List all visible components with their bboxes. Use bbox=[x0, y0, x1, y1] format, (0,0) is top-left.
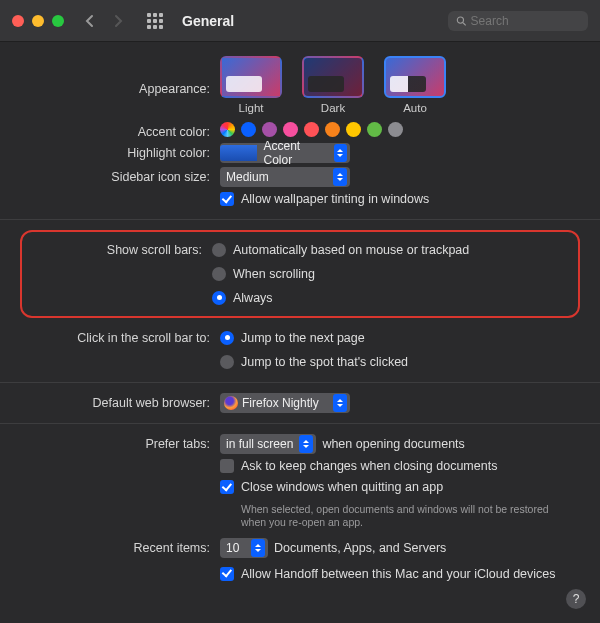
default-browser-select[interactable]: Firefox Nightly bbox=[220, 393, 350, 413]
scrollbars-radio-1[interactable]: When scrolling bbox=[212, 264, 568, 284]
ask-keep-changes-checkbox[interactable]: Ask to keep changes when closing documen… bbox=[220, 458, 497, 476]
content-area: Appearance: Light Dark Auto Accent color… bbox=[0, 42, 600, 601]
window-controls bbox=[12, 15, 64, 27]
svg-point-0 bbox=[457, 17, 463, 23]
close-window-button[interactable] bbox=[12, 15, 24, 27]
highlight-label: Highlight color: bbox=[20, 143, 220, 160]
accent-swatch-1[interactable] bbox=[241, 122, 256, 137]
close-windows-subtext: When selected, open documents and window… bbox=[241, 503, 561, 530]
stepper-icon bbox=[334, 144, 347, 162]
browser-label: Default web browser: bbox=[20, 393, 220, 410]
accent-swatch-6[interactable] bbox=[346, 122, 361, 137]
accent-swatch-0[interactable] bbox=[220, 122, 235, 137]
checkbox-icon bbox=[220, 459, 234, 473]
divider bbox=[0, 423, 600, 424]
clickbar-radio-1[interactable]: Jump to the spot that's clicked bbox=[220, 352, 580, 372]
clickbar-options: Jump to the next pageJump to the spot th… bbox=[220, 328, 580, 372]
checkbox-icon bbox=[220, 567, 234, 581]
accent-swatch-2[interactable] bbox=[262, 122, 277, 137]
help-button[interactable]: ? bbox=[566, 589, 586, 609]
wallpaper-tint-checkbox[interactable]: Allow wallpaper tinting in windows bbox=[220, 191, 429, 209]
scrollbars-options: Automatically based on mouse or trackpad… bbox=[212, 240, 568, 308]
appearance-options: Light Dark Auto bbox=[220, 56, 446, 114]
accent-swatch-3[interactable] bbox=[283, 122, 298, 137]
checkbox-icon bbox=[220, 480, 234, 494]
stepper-icon bbox=[251, 539, 265, 557]
radio-icon bbox=[220, 355, 234, 369]
scroll-bars-highlight: Show scroll bars: Automatically based on… bbox=[20, 230, 580, 318]
appearance-light-thumb bbox=[220, 56, 282, 98]
search-input[interactable] bbox=[471, 14, 580, 28]
radio-icon bbox=[212, 243, 226, 257]
radio-icon bbox=[212, 267, 226, 281]
accent-swatch-4[interactable] bbox=[304, 122, 319, 137]
highlight-swatch bbox=[220, 145, 257, 161]
stepper-icon bbox=[299, 435, 313, 453]
zoom-window-button[interactable] bbox=[52, 15, 64, 27]
appearance-label: Appearance: bbox=[20, 56, 220, 96]
accent-swatch-5[interactable] bbox=[325, 122, 340, 137]
close-windows-checkbox[interactable]: Close windows when quitting an app bbox=[220, 479, 580, 497]
forward-button[interactable] bbox=[108, 9, 128, 33]
search-field[interactable] bbox=[448, 11, 588, 31]
accent-color-row bbox=[220, 122, 403, 137]
window-title: General bbox=[182, 13, 234, 29]
checkbox-icon bbox=[220, 192, 234, 206]
divider bbox=[0, 219, 600, 220]
appearance-dark-thumb bbox=[302, 56, 364, 98]
sidebar-size-label: Sidebar icon size: bbox=[20, 167, 220, 184]
stepper-icon bbox=[333, 394, 347, 412]
scrollbars-radio-2[interactable]: Always bbox=[212, 288, 568, 308]
accent-swatch-7[interactable] bbox=[367, 122, 382, 137]
scrollbars-label: Show scroll bars: bbox=[32, 240, 212, 257]
recent-label: Recent items: bbox=[20, 538, 220, 555]
accent-label: Accent color: bbox=[20, 122, 220, 139]
clickbar-radio-0[interactable]: Jump to the next page bbox=[220, 328, 580, 348]
recent-items-select[interactable]: 10 bbox=[220, 538, 268, 558]
appearance-dark[interactable]: Dark bbox=[302, 56, 364, 114]
back-button[interactable] bbox=[80, 9, 100, 33]
clickbar-label: Click in the scroll bar to: bbox=[20, 328, 220, 345]
radio-icon bbox=[220, 331, 234, 345]
minimize-window-button[interactable] bbox=[32, 15, 44, 27]
divider bbox=[0, 382, 600, 383]
appearance-auto-thumb bbox=[384, 56, 446, 98]
svg-line-1 bbox=[463, 22, 466, 25]
highlight-color-select[interactable]: Accent Color bbox=[220, 143, 350, 163]
sidebar-size-select[interactable]: Medium bbox=[220, 167, 350, 187]
radio-icon bbox=[212, 291, 226, 305]
accent-swatch-8[interactable] bbox=[388, 122, 403, 137]
appearance-light[interactable]: Light bbox=[220, 56, 282, 114]
show-all-button[interactable] bbox=[144, 10, 166, 32]
handoff-checkbox[interactable]: Allow Handoff between this Mac and your … bbox=[220, 566, 556, 584]
titlebar: General bbox=[0, 0, 600, 42]
stepper-icon bbox=[333, 168, 347, 186]
firefox-icon bbox=[224, 396, 238, 410]
search-icon bbox=[456, 15, 467, 27]
scrollbars-radio-0[interactable]: Automatically based on mouse or trackpad bbox=[212, 240, 568, 260]
prefer-tabs-select[interactable]: in full screen bbox=[220, 434, 316, 454]
appearance-auto[interactable]: Auto bbox=[384, 56, 446, 114]
prefertabs-label: Prefer tabs: bbox=[20, 434, 220, 451]
